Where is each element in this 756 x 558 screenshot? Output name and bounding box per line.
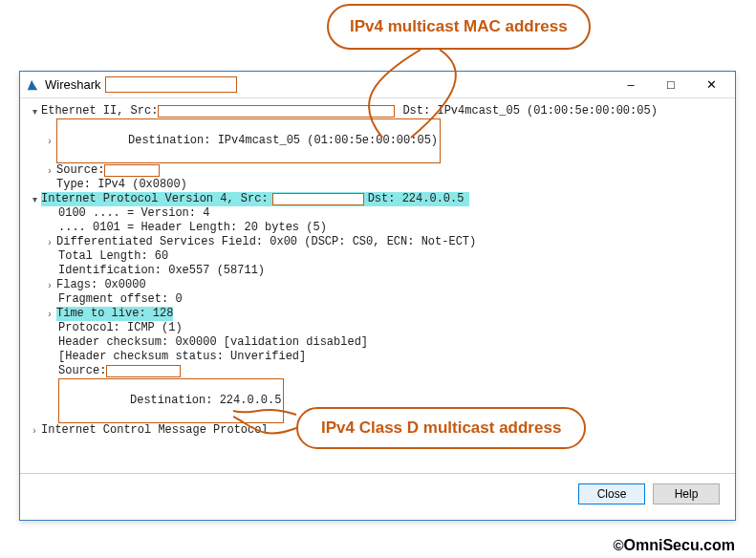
ip-proto-text: Protocol: ICMP (1) — [58, 321, 183, 335]
help-button[interactable]: Help — [653, 483, 720, 504]
eth-type-row[interactable]: Type: IPv4 (0x0800) — [28, 178, 727, 192]
ip-proto-row[interactable]: Protocol: ICMP (1) — [28, 321, 727, 335]
ip-chksum-row[interactable]: Header checksum: 0x0000 [validation disa… — [28, 335, 727, 350]
ip-source-row[interactable]: Source: — [28, 364, 727, 378]
ip-ident-row[interactable]: Identification: 0xe557 (58711) — [28, 264, 727, 278]
window-title: Wireshark — [45, 77, 105, 92]
eth-type-text: Type: IPv4 (0x0800) — [56, 178, 187, 192]
dialog-footer: Close Help — [20, 473, 735, 513]
ip-hlen-text: .... 0101 = Header Length: 20 bytes (5) — [58, 221, 327, 235]
wireshark-icon — [26, 78, 39, 92]
eth-source-label: Source: — [56, 163, 104, 178]
wireshark-window: Wireshark – □ ✕ ▾ Ethernet II, Src: Dst:… — [19, 71, 736, 521]
ip-source-redacted — [106, 365, 181, 377]
expand-icon[interactable]: ▾ — [28, 104, 41, 118]
callout-mac-address-text: IPv4 multicast MAC address — [327, 4, 591, 50]
eth-source-row[interactable]: › Source: — [28, 163, 727, 178]
title-redacted-box — [105, 76, 237, 93]
expand-icon[interactable]: ▾ — [28, 192, 41, 206]
ipv4-dst-suffix: Dst: 224.0.0.5 — [368, 192, 464, 206]
ip-ttl-text: Time to live: 128 — [56, 307, 173, 321]
ip-flags-row[interactable]: › Flags: 0x0000 — [28, 278, 727, 292]
eth-destination-text: Destination: IPv4mcast_05 (01:00:5e:00:0… — [128, 134, 438, 147]
minimize-button[interactable]: – — [611, 74, 651, 97]
eth-destination-row[interactable]: › Destination: IPv4mcast_05 (01:00:5e:00… — [28, 118, 727, 163]
titlebar: Wireshark – □ ✕ — [20, 72, 735, 98]
icmp-header-text: Internet Control Message Protocol — [41, 423, 269, 438]
ip-version-text: 0100 .... = Version: 4 — [58, 206, 209, 221]
ip-source-label: Source: — [58, 364, 106, 378]
ip-frag-row[interactable]: Fragment offset: 0 — [28, 292, 727, 307]
ip-totlen-row[interactable]: Total Length: 60 — [28, 249, 727, 264]
ip-chksum-text: Header checksum: 0x0000 [validation disa… — [58, 335, 368, 350]
ethernet-dst-suffix: Dst: IPv4mcast_05 (01:00:5e:00:00:05) — [395, 104, 657, 118]
ip-flags-text: Flags: 0x0000 — [56, 278, 146, 292]
close-button[interactable]: Close — [578, 483, 645, 504]
callout-mac-address: IPv4 multicast MAC address — [327, 4, 591, 50]
ip-frag-text: Fragment offset: 0 — [58, 292, 183, 307]
eth-source-redacted — [104, 164, 160, 177]
ipv4-header-row[interactable]: ▾ Internet Protocol Version 4, Src: Dst:… — [28, 192, 727, 206]
ethernet-header-label: Ethernet II, Src: — [41, 104, 158, 118]
expand-icon[interactable]: › — [28, 423, 41, 438]
copyright-text: ©©OmniSecu.comOmniSecu.com — [613, 537, 735, 554]
window-controls: – □ ✕ — [611, 74, 731, 97]
callout-classd-address: IPv4 Class D multicast address — [296, 407, 586, 449]
ip-version-row[interactable]: 0100 .... = Version: 4 — [28, 206, 727, 221]
ip-chkstat-row[interactable]: [Header checksum status: Unverified] — [28, 350, 727, 364]
callout-classd-address-text: IPv4 Class D multicast address — [296, 407, 586, 449]
ethernet-header-row[interactable]: ▾ Ethernet II, Src: Dst: IPv4mcast_05 (0… — [28, 104, 727, 118]
ip-totlen-text: Total Length: 60 — [58, 249, 168, 264]
expand-icon[interactable]: › — [43, 278, 56, 292]
ip-ident-text: Identification: 0xe557 (58711) — [58, 264, 265, 278]
ip-destination-text: Destination: 224.0.0.5 — [130, 394, 281, 407]
eth-src-redacted — [158, 105, 395, 118]
ip-chkstat-text: [Header checksum status: Unverified] — [58, 350, 306, 364]
eth-destination-highlight: Destination: IPv4mcast_05 (01:00:5e:00:0… — [56, 118, 441, 163]
expand-icon[interactable]: › — [43, 163, 56, 178]
expand-icon[interactable]: › — [43, 307, 56, 321]
ip-dsf-row[interactable]: › Differentiated Services Field: 0x00 (D… — [28, 235, 727, 249]
ip-ttl-row[interactable]: › Time to live: 128 — [28, 307, 727, 321]
ip-src-redacted-header — [272, 193, 364, 205]
close-window-button[interactable]: ✕ — [691, 74, 731, 97]
ipv4-header-pre: Internet Protocol Version 4, Src: — [41, 192, 269, 206]
expand-icon[interactable]: › — [43, 235, 56, 249]
ip-dsf-text: Differentiated Services Field: 0x00 (DSC… — [56, 235, 476, 249]
maximize-button[interactable]: □ — [651, 74, 691, 97]
ip-destination-highlight: Destination: 224.0.0.5 — [58, 378, 284, 423]
expand-icon[interactable]: › — [43, 134, 56, 148]
ip-hlen-row[interactable]: .... 0101 = Header Length: 20 bytes (5) — [28, 221, 727, 235]
